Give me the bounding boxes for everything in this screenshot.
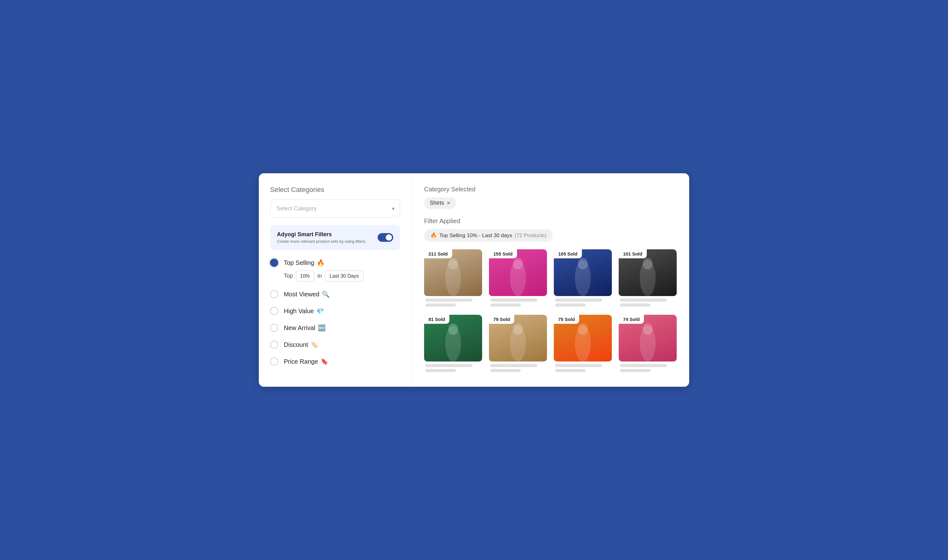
product-info [619,362,677,373]
discount-emoji: 🏷️ [311,341,318,348]
smart-filters-subtitle: Create more relevant product sets by usi… [277,239,367,244]
product-price-bar [425,303,456,307]
category-tag-shirts: Shirts ✕ [424,197,456,209]
smart-filters-toggle[interactable] [378,233,393,242]
product-name-bar [490,364,537,367]
product-info [424,362,482,373]
svg-point-9 [448,323,458,335]
product-info [554,362,612,373]
product-name-bar [620,298,667,302]
fire-emoji: 🔥 [317,259,325,266]
radio-high-value[interactable] [270,307,278,315]
sold-badge: 101 Sold [619,249,647,258]
product-name-bar [555,364,602,367]
filter-label-top-selling: Top Selling 🔥 [284,259,325,266]
product-card: 155 Sold [489,249,547,308]
category-select-wrapper[interactable]: Select Category Shirts Pants Shoes ▾ [270,200,400,217]
product-info [489,296,547,308]
filter-badge: 🔥 Top Selling 10% - Last 30 days (72 Pro… [424,229,553,242]
radio-top-selling[interactable] [270,258,278,267]
price-emoji: 🔖 [321,358,328,365]
product-info [424,296,482,308]
left-panel-title: Select Categories [270,186,400,194]
category-selected-label: Category Selected [424,186,677,193]
percent-select[interactable]: 10% 20% 30% [296,271,314,282]
filter-label-high-value: High Value 💎 [284,307,324,315]
filter-applied-label: Filter Applied [424,217,677,225]
top-selling-row: Top 10% 20% 30% in Last 30 Days Last 7 D… [284,271,400,282]
filter-option-price-range: Price Range 🔖 [270,357,400,366]
filter-badge-label: Top Selling 10% - Last 30 days [439,232,512,239]
products-grid: 211 Sold 155 Sold [424,249,677,373]
svg-point-5 [578,258,588,269]
product-price-bar [620,303,650,307]
in-label: in [318,273,322,279]
product-price-bar [490,303,521,307]
smart-filters-title: Adyogi Smart Filters [277,231,367,238]
category-select[interactable]: Select Category Shirts Pants Shoes [270,200,400,217]
filter-label-price-range: Price Range 🔖 [284,358,328,365]
product-card: 81 Sold [424,315,482,373]
category-tags: Shirts ✕ [424,197,677,209]
category-tag-label: Shirts [430,200,444,206]
product-info [489,362,547,373]
filter-option-discount: Discount 🏷️ [270,341,400,349]
product-count: (72 Products) [515,232,546,239]
svg-point-13 [578,323,588,335]
svg-point-7 [643,258,653,269]
product-info [554,296,612,308]
search-emoji: 🔍 [322,291,330,298]
product-price-bar [490,369,521,372]
sold-badge: 74 Sold [619,315,644,324]
product-price-bar [620,369,650,372]
svg-point-1 [448,258,458,269]
svg-point-15 [643,323,653,335]
sold-badge: 211 Sold [424,249,452,258]
product-name-bar [490,298,537,302]
category-tag-close-icon[interactable]: ✕ [447,200,451,206]
radio-new-arrival[interactable] [270,324,278,332]
product-price-bar [555,303,586,307]
smart-filters-text: Adyogi Smart Filters Create more relevan… [277,231,367,244]
product-name-bar [425,298,472,302]
smart-filters-card: Adyogi Smart Filters Create more relevan… [270,225,400,250]
product-card: 74 Sold [619,315,677,373]
product-price-bar [425,369,456,372]
filter-option-high-value: High Value 💎 [270,307,400,315]
product-name-bar [620,364,667,367]
diamond-emoji: 💎 [316,307,324,315]
product-name-bar [425,364,472,367]
filter-badge-emoji: 🔥 [430,232,437,239]
product-price-bar [555,369,586,372]
sold-badge: 75 Sold [554,315,579,324]
main-container: Select Categories Select Category Shirts… [259,173,689,387]
left-panel: Select Categories Select Category Shirts… [259,173,412,387]
days-select[interactable]: Last 30 Days Last 7 Days Last 90 Days [325,271,364,282]
product-card: 79 Sold [489,315,547,373]
sold-badge: 81 Sold [424,315,449,324]
top-label: Top [284,273,293,279]
filter-label-new-arrival: New Arrival 🆕 [284,324,325,332]
sold-badge: 79 Sold [489,315,514,324]
svg-point-3 [513,258,523,269]
product-card: 211 Sold [424,249,482,308]
radio-price-range[interactable] [270,357,278,366]
product-card: 75 Sold [554,315,612,373]
svg-point-11 [513,323,523,335]
product-card: 105 Sold [554,249,612,308]
filter-option-new-arrival: New Arrival 🆕 [270,324,400,332]
filter-label-discount: Discount 🏷️ [284,341,318,348]
filter-option-top-selling: Top Selling 🔥 [270,258,400,267]
new-emoji: 🆕 [318,324,325,332]
right-panel: Category Selected Shirts ✕ Filter Applie… [412,173,689,387]
product-info [619,296,677,308]
filter-label-most-viewed: Most Viewed 🔍 [284,291,330,298]
filter-option-most-viewed: Most Viewed 🔍 [270,290,400,298]
product-name-bar [555,298,602,302]
product-card: 101 Sold [619,249,677,308]
filter-applied-section: Filter Applied 🔥 Top Selling 10% - Last … [424,217,677,242]
sold-badge: 105 Sold [554,249,582,258]
radio-most-viewed[interactable] [270,290,278,298]
radio-discount[interactable] [270,341,278,349]
sold-badge: 155 Sold [489,249,517,258]
